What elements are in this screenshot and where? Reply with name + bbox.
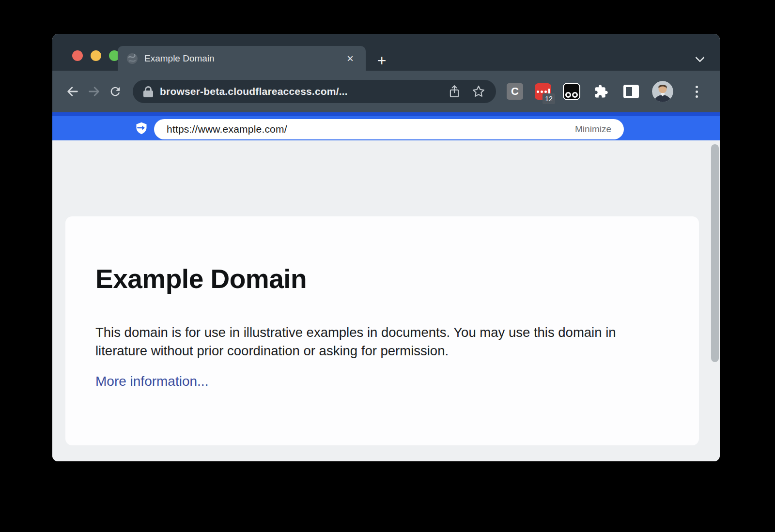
side-panel-icon: [623, 85, 639, 98]
lens-circle-icon: [565, 92, 571, 98]
tab-strip: Example Domain × +: [52, 34, 720, 71]
toolbar: browser-beta.cloudflareaccess.com/... C: [52, 71, 720, 112]
extensions-puzzle-icon: [594, 84, 608, 99]
star-icon: [472, 85, 485, 98]
kebab-menu-icon: [696, 95, 698, 98]
reload-icon: [108, 85, 122, 98]
content-card: Example Domain This domain is for use in…: [65, 216, 699, 445]
more-information-link[interactable]: More information...: [95, 374, 208, 389]
extension-c-button[interactable]: C: [507, 83, 523, 100]
scrollbar-thumb[interactable]: [711, 144, 719, 362]
globe-icon: [126, 53, 138, 64]
traffic-close-button[interactable]: [72, 50, 83, 61]
tab-example-domain[interactable]: Example Domain ×: [118, 46, 366, 71]
profile-avatar[interactable]: [652, 81, 673, 102]
isolation-url-input[interactable]: https://www.example.com/ Minimize: [154, 119, 624, 139]
bookmark-star-button[interactable]: [470, 83, 487, 100]
avatar-photo: [652, 81, 673, 102]
lock-icon[interactable]: [143, 86, 153, 97]
forward-button[interactable]: [83, 81, 105, 102]
extensions-area: C 12: [507, 81, 698, 102]
extensions-menu-button[interactable]: [592, 82, 610, 101]
browser-window: Example Domain × + bro: [52, 34, 720, 461]
traffic-minimize-button[interactable]: [91, 50, 101, 61]
page-viewport: Example Domain This domain is for use in…: [52, 140, 720, 461]
forward-arrow-icon: [87, 85, 101, 98]
isolation-shield-icon[interactable]: [135, 122, 148, 135]
side-panel-button[interactable]: [622, 82, 640, 101]
tab-title: Example Domain: [144, 53, 215, 64]
kebab-menu-icon: [696, 91, 698, 93]
browser-menu-button[interactable]: [696, 86, 698, 98]
lens-circle-icon: [572, 92, 578, 98]
share-button[interactable]: [446, 83, 463, 100]
extension-lens-button[interactable]: [563, 83, 580, 100]
share-icon: [448, 85, 461, 98]
minimize-button[interactable]: Minimize: [575, 124, 611, 135]
page-paragraph: This domain is for use in illustrative e…: [95, 323, 652, 360]
back-arrow-icon: [66, 85, 79, 98]
address-bar[interactable]: browser-beta.cloudflareaccess.com/...: [133, 80, 496, 103]
isolation-url-value[interactable]: https://www.example.com/: [167, 123, 287, 135]
page-title: Example Domain: [95, 264, 669, 294]
extension-password-manager-button[interactable]: 12: [535, 83, 551, 100]
kebab-menu-icon: [696, 86, 698, 88]
reload-button[interactable]: [105, 81, 126, 102]
isolation-banner: https://www.example.com/ Minimize: [52, 112, 720, 140]
back-button[interactable]: [62, 81, 83, 102]
tab-close-icon[interactable]: ×: [343, 52, 357, 65]
extension-badge: 12: [542, 93, 555, 104]
tab-search-chevron-icon[interactable]: [697, 54, 707, 65]
address-url[interactable]: browser-beta.cloudflareaccess.com/...: [160, 86, 348, 97]
new-tab-button[interactable]: +: [373, 52, 390, 69]
